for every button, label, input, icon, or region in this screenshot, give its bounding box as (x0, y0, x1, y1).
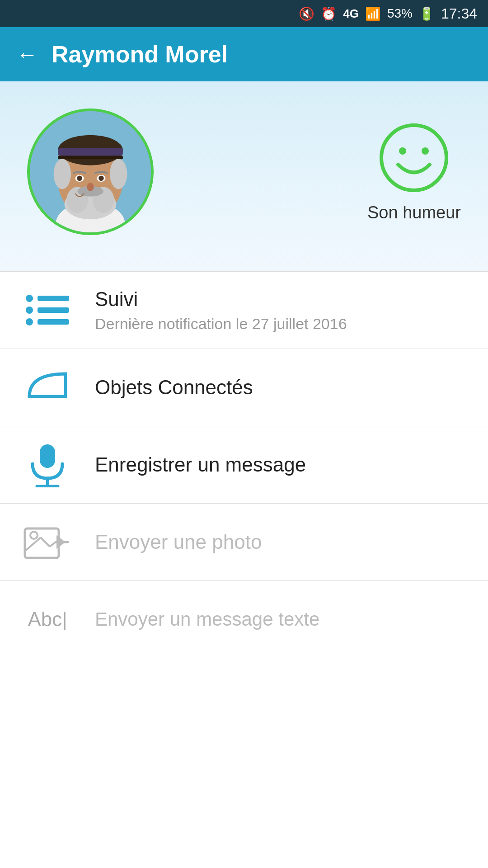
suivi-subtitle: Dernière notification le 27 juillet 2016 (95, 315, 347, 333)
svg-point-17 (87, 183, 94, 191)
svg-line-33 (41, 538, 50, 547)
objets-text: Objets Connectés (95, 376, 253, 399)
menu-item-photo[interactable]: Envoyer une photo (0, 504, 488, 580)
mood-label: Son humeur (367, 203, 461, 222)
svg-point-15 (77, 176, 82, 181)
status-time: 17:34 (441, 5, 477, 22)
menu-item-text-message[interactable]: Abc| Envoyer un message texte (0, 581, 488, 658)
photo-text: Envoyer une photo (95, 531, 262, 553)
svg-point-8 (110, 159, 127, 189)
battery-label: 53% (387, 6, 413, 21)
avatar (27, 108, 154, 235)
list-icon (23, 292, 72, 328)
status-bar: 🔇 ⏰ 4G 📶 53% 🔋 17:34 (0, 0, 488, 27)
record-title: Enregistrer un message (95, 453, 306, 476)
menu-item-record[interactable]: Enregistrer un message (0, 426, 488, 503)
battery-icon: 🔋 (419, 6, 435, 21)
record-text: Enregistrer un message (95, 453, 306, 476)
svg-point-18 (381, 125, 446, 190)
mute-icon: 🔇 (299, 6, 314, 21)
suivi-text: Suivi Dernière notification le 27 juille… (95, 288, 347, 333)
svg-point-23 (26, 307, 33, 314)
svg-point-21 (26, 295, 33, 302)
microphone-icon (23, 442, 72, 487)
svg-point-19 (399, 147, 406, 155)
mood-icon (378, 122, 450, 194)
menu-item-objets[interactable]: Objets Connectés (0, 349, 488, 426)
svg-point-20 (422, 147, 429, 155)
abc-label: Abc| (23, 608, 72, 631)
svg-point-35 (30, 532, 38, 539)
profile-area: Son humeur (0, 81, 488, 271)
connected-objects-icon (23, 369, 72, 406)
network-icon: 4G (343, 7, 359, 21)
avatar-image (30, 111, 151, 232)
objets-title: Objets Connectés (95, 376, 253, 399)
alarm-icon: ⏰ (321, 6, 337, 21)
svg-point-25 (26, 318, 33, 326)
signal-icon: 📶 (365, 6, 381, 21)
text-message-placeholder[interactable]: Envoyer un message texte (95, 609, 319, 630)
svg-point-7 (54, 159, 71, 189)
svg-rect-5 (58, 148, 123, 156)
menu-item-suivi[interactable]: Suivi Dernière notification le 27 juille… (0, 272, 488, 349)
svg-rect-26 (38, 319, 69, 325)
back-button[interactable]: ← (16, 42, 38, 67)
svg-point-16 (99, 176, 103, 181)
suivi-title: Suivi (95, 288, 347, 311)
header-title: Raymond Morel (52, 41, 228, 68)
svg-rect-6 (58, 156, 123, 160)
photo-title: Envoyer une photo (95, 531, 262, 553)
toolbar: ← Raymond Morel (0, 27, 488, 81)
menu-list: Suivi Dernière notification le 27 juille… (0, 271, 488, 658)
svg-rect-22 (38, 296, 69, 301)
divider-5 (0, 658, 488, 658)
abc-icon: Abc| (23, 608, 72, 631)
mood-area: Son humeur (367, 122, 461, 222)
svg-rect-28 (40, 444, 55, 468)
photo-icon (23, 522, 72, 562)
svg-rect-24 (38, 307, 69, 313)
